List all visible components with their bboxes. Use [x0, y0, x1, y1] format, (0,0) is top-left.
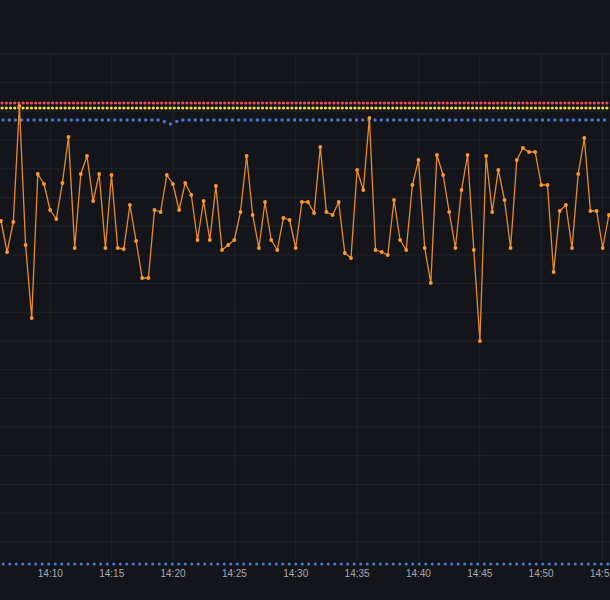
- baseline-blue-lower-dot: [255, 562, 258, 565]
- metric-orange-point: [306, 200, 310, 204]
- metric-orange-point: [300, 200, 304, 204]
- threshold-red-dot: [593, 101, 596, 104]
- threshold-blue-upper-dot: [144, 118, 147, 121]
- threshold-red-dot: [177, 101, 180, 104]
- threshold-red-dot: [425, 101, 428, 104]
- metric-orange-point: [61, 181, 65, 185]
- metric-orange-point: [546, 183, 550, 187]
- threshold-red-dot: [106, 101, 109, 104]
- threshold-red-dot: [148, 101, 151, 104]
- threshold-blue-upper-dot: [572, 118, 575, 121]
- threshold-yellow-dot: [576, 106, 579, 109]
- threshold-red-dot: [64, 101, 67, 104]
- baseline-blue-lower-dot: [164, 562, 167, 565]
- threshold-red-dot: [114, 101, 117, 104]
- threshold-red-dot: [202, 101, 205, 104]
- threshold-red-dot: [139, 101, 142, 104]
- threshold-red-dot: [118, 101, 121, 104]
- metric-orange-point: [251, 213, 255, 217]
- baseline-blue-lower-dot: [333, 562, 336, 565]
- threshold-red-dot: [534, 101, 537, 104]
- baseline-blue-lower-dot: [177, 562, 180, 565]
- threshold-red-dot: [85, 101, 88, 104]
- threshold-blue-upper-dot: [256, 118, 259, 121]
- threshold-red-dot: [475, 101, 478, 104]
- threshold-yellow-dot: [93, 106, 96, 109]
- baseline-blue-lower-dot: [320, 562, 323, 565]
- baseline-blue-lower-dot: [548, 562, 551, 565]
- threshold-red-dot: [38, 101, 41, 104]
- threshold-yellow-dot: [471, 106, 474, 109]
- time-series-panel: 14:1014:1514:2014:2514:3014:3514:4014:45…: [0, 0, 610, 600]
- threshold-blue-upper-dot: [559, 118, 562, 121]
- threshold-red-dot: [274, 101, 277, 104]
- threshold-yellow-dot: [198, 106, 201, 109]
- threshold-red-dot: [127, 101, 130, 104]
- threshold-blue-upper-dot: [386, 118, 389, 121]
- baseline-blue-lower-dot: [314, 562, 317, 565]
- metric-orange-point: [257, 246, 261, 250]
- threshold-yellow-dot: [316, 106, 319, 109]
- threshold-blue-upper-dot: [119, 118, 122, 121]
- threshold-blue-upper-dot: [194, 118, 197, 121]
- threshold-red-dot: [358, 101, 361, 104]
- baseline-blue-lower-dot: [522, 562, 525, 565]
- threshold-red-dot: [496, 101, 499, 104]
- chart-canvas[interactable]: 14:1014:1514:2014:2514:3014:3514:4014:45…: [0, 0, 610, 600]
- threshold-blue-upper-dot: [584, 118, 587, 121]
- threshold-yellow-dot: [341, 106, 344, 109]
- baseline-blue-lower-dot: [502, 562, 505, 565]
- baseline-blue-lower-dot: [353, 562, 356, 565]
- metric-orange-point: [460, 188, 464, 192]
- metric-orange-point: [349, 256, 353, 260]
- threshold-yellow-dot: [5, 106, 8, 109]
- threshold-blue-upper-dot: [88, 118, 91, 121]
- metric-orange-point: [404, 248, 408, 252]
- threshold-red-dot: [446, 101, 449, 104]
- metric-orange-point: [343, 251, 347, 255]
- threshold-blue-upper-dot: [423, 118, 426, 121]
- metric-orange-point: [208, 238, 212, 242]
- baseline-blue-lower-dot: [476, 562, 479, 565]
- threshold-yellow-dot: [484, 106, 487, 109]
- threshold-yellow-dot: [374, 106, 377, 109]
- threshold-blue-upper-dot: [187, 118, 190, 121]
- x-tick-label: 14:35: [345, 568, 370, 579]
- metric-orange-point: [368, 116, 372, 120]
- series-threshold-red: [0, 101, 608, 104]
- threshold-blue-upper-dot: [125, 118, 128, 121]
- metric-orange-point: [478, 339, 482, 343]
- metric-orange-point: [361, 188, 365, 192]
- threshold-red-dot: [484, 101, 487, 104]
- threshold-red-dot: [17, 101, 20, 104]
- threshold-yellow-dot: [345, 106, 348, 109]
- threshold-yellow-dot: [290, 106, 293, 109]
- threshold-red-dot: [160, 101, 163, 104]
- threshold-red-dot: [253, 101, 256, 104]
- threshold-blue-upper-dot: [541, 118, 544, 121]
- baseline-blue-lower-dot: [392, 562, 395, 565]
- threshold-red-dot: [597, 101, 600, 104]
- threshold-yellow-dot: [370, 106, 373, 109]
- threshold-yellow-dot: [110, 106, 113, 109]
- threshold-yellow-dot: [223, 106, 226, 109]
- threshold-red-dot: [542, 101, 545, 104]
- threshold-yellow-dot: [244, 106, 247, 109]
- threshold-yellow-dot: [219, 106, 222, 109]
- threshold-red-dot: [97, 101, 100, 104]
- metric-orange-point: [220, 248, 224, 252]
- threshold-red-dot: [101, 101, 104, 104]
- x-tick-label: 14:25: [222, 568, 247, 579]
- threshold-red-dot: [122, 101, 125, 104]
- threshold-red-dot: [349, 101, 352, 104]
- threshold-yellow-dot: [202, 106, 205, 109]
- baseline-blue-lower-dot: [554, 562, 557, 565]
- metric-orange-point: [398, 238, 402, 242]
- threshold-red-dot: [505, 101, 508, 104]
- threshold-blue-upper-dot: [299, 118, 302, 121]
- threshold-red-dot: [143, 101, 146, 104]
- metric-orange-line: [1, 106, 609, 341]
- threshold-yellow-dot: [605, 106, 608, 109]
- threshold-blue-upper-dot: [435, 118, 438, 121]
- metric-orange-point: [122, 247, 126, 251]
